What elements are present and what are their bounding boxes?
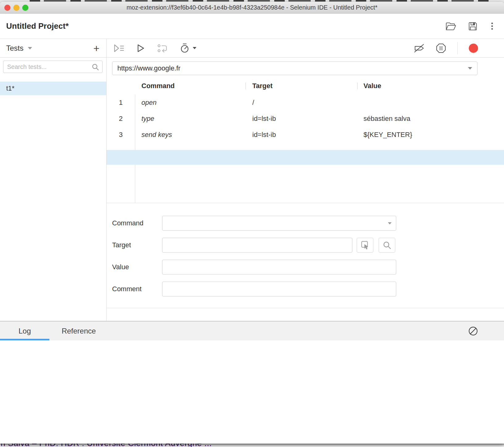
value-input[interactable] bbox=[162, 260, 396, 275]
row-command: send keys bbox=[135, 131, 246, 139]
comment-field-label: Comment bbox=[112, 285, 162, 293]
row-number: 2 bbox=[107, 115, 135, 123]
test-speed-control[interactable] bbox=[179, 43, 196, 53]
select-target-icon bbox=[360, 240, 370, 250]
tests-dropdown[interactable]: Tests bbox=[6, 44, 23, 53]
pause-exceptions-icon bbox=[436, 43, 446, 53]
value-field-label: Value bbox=[112, 263, 162, 271]
selenium-ide-window: moz-extension://f3ef6b40-0c64-1e4b-b98f-… bbox=[0, 2, 504, 444]
speed-caret-icon bbox=[193, 47, 196, 49]
run-all-icon bbox=[113, 44, 124, 53]
row-value: sébastien salva bbox=[357, 115, 504, 123]
commands-table-header: Command Target Value bbox=[107, 77, 504, 95]
more-menu-button[interactable] bbox=[489, 22, 495, 30]
base-url-caret-icon bbox=[468, 67, 472, 70]
disable-breakpoints-icon bbox=[414, 43, 425, 53]
command-select-caret-icon bbox=[388, 222, 392, 224]
speed-stopwatch-icon bbox=[179, 43, 190, 53]
background-browser-bottom-sliver: n Salva – PhD: HDR : Université Clermont… bbox=[0, 443, 504, 447]
commands-table: Command Target Value 1 open / 2 type id=… bbox=[107, 77, 504, 203]
disable-breakpoints-button[interactable] bbox=[414, 43, 425, 53]
commands-table-body: 1 open / 2 type id=lst-ib sébastien salv… bbox=[107, 95, 504, 203]
row-target: id=lst-ib bbox=[246, 115, 357, 123]
log-content bbox=[0, 340, 504, 444]
find-target-button[interactable] bbox=[379, 238, 395, 253]
run-current-test-button[interactable] bbox=[136, 44, 145, 53]
playback-toolbar bbox=[107, 39, 504, 57]
value-field-row: Value bbox=[112, 260, 504, 275]
command-field-row: Command bbox=[112, 216, 504, 231]
test-editor-panel: https://www.google.fr Command Target Val… bbox=[107, 39, 504, 321]
run-current-icon bbox=[136, 44, 145, 53]
column-header-value: Value bbox=[357, 82, 504, 90]
clear-log-button[interactable] bbox=[468, 326, 478, 336]
base-url-value: https://www.google.fr bbox=[117, 64, 180, 72]
command-row-3[interactable]: 3 send keys id=lst-ib ${KEY_ENTER} bbox=[107, 127, 504, 143]
command-select[interactable] bbox=[162, 216, 396, 231]
row-number: 3 bbox=[107, 131, 135, 139]
traffic-lights bbox=[4, 5, 28, 11]
open-project-button[interactable] bbox=[445, 21, 456, 31]
main-area: Tests + t1* bbox=[0, 39, 504, 321]
command-row-1[interactable]: 1 open / bbox=[107, 95, 504, 111]
tests-dropdown-caret-icon[interactable] bbox=[28, 47, 32, 49]
toolbar-divider bbox=[457, 42, 458, 54]
project-title: Untitled Project* bbox=[6, 21, 69, 31]
row-number: 1 bbox=[107, 99, 135, 107]
titlebar: moz-extension://f3ef6b40-0c64-1e4b-b98f-… bbox=[0, 2, 504, 14]
pause-on-exceptions-button[interactable] bbox=[436, 43, 446, 53]
tab-reference[interactable]: Reference bbox=[49, 321, 108, 340]
log-panel-tabbar: Log Reference bbox=[0, 321, 504, 340]
tests-sidebar-header: Tests + bbox=[0, 39, 106, 57]
command-row-new-selected[interactable] bbox=[107, 150, 504, 165]
debug-controls bbox=[414, 42, 478, 54]
save-icon bbox=[468, 21, 478, 31]
run-all-tests-button[interactable] bbox=[113, 44, 124, 53]
record-icon bbox=[469, 44, 478, 53]
save-project-button[interactable] bbox=[468, 21, 478, 31]
test-search bbox=[3, 61, 103, 73]
find-target-icon bbox=[382, 241, 392, 250]
open-folder-icon bbox=[445, 21, 456, 31]
step-over-icon bbox=[157, 44, 168, 53]
log-panel: Log Reference bbox=[0, 321, 504, 444]
column-header-command: Command bbox=[135, 82, 246, 90]
row-command: type bbox=[135, 115, 246, 123]
row-target: id=lst-ib bbox=[246, 131, 357, 139]
header-actions bbox=[445, 21, 495, 31]
command-detail-form: Command Target bbox=[107, 203, 504, 308]
command-field-label: Command bbox=[112, 219, 162, 227]
close-window-button[interactable] bbox=[4, 5, 10, 11]
row-target: / bbox=[246, 99, 357, 107]
record-button[interactable] bbox=[469, 44, 478, 53]
project-header: Untitled Project* bbox=[0, 14, 504, 39]
clipped-url-text bbox=[30, 0, 492, 2]
target-input[interactable] bbox=[162, 238, 352, 253]
search-tests-input[interactable] bbox=[3, 61, 103, 73]
target-field-row: Target bbox=[112, 238, 504, 253]
row-command: open bbox=[135, 99, 246, 107]
step-over-button[interactable] bbox=[157, 44, 168, 53]
select-target-button[interactable] bbox=[357, 238, 373, 253]
test-item-t1[interactable]: t1* bbox=[0, 82, 106, 95]
test-list: t1* bbox=[0, 82, 106, 95]
row-value: ${KEY_ENTER} bbox=[357, 131, 504, 139]
comment-input[interactable] bbox=[162, 282, 396, 296]
command-row-2[interactable]: 2 type id=lst-ib sébastien salva bbox=[107, 111, 504, 127]
column-header-target: Target bbox=[246, 82, 357, 90]
window-title: moz-extension://f3ef6b40-0c64-1e4b-b98f-… bbox=[127, 4, 378, 11]
base-url-select[interactable]: https://www.google.fr bbox=[112, 62, 477, 75]
search-icon bbox=[91, 63, 99, 71]
clear-log-icon bbox=[468, 326, 478, 336]
zoom-window-button[interactable] bbox=[22, 5, 28, 11]
window-shadow bbox=[0, 443, 504, 447]
add-test-button[interactable]: + bbox=[93, 43, 99, 53]
target-field-label: Target bbox=[112, 241, 162, 249]
comment-field-row: Comment bbox=[112, 282, 504, 296]
tests-sidebar: Tests + t1* bbox=[0, 39, 107, 321]
tab-log[interactable]: Log bbox=[0, 321, 49, 340]
playback-controls bbox=[113, 43, 196, 53]
more-menu-icon bbox=[491, 23, 493, 24]
minimize-window-button[interactable] bbox=[13, 5, 19, 11]
